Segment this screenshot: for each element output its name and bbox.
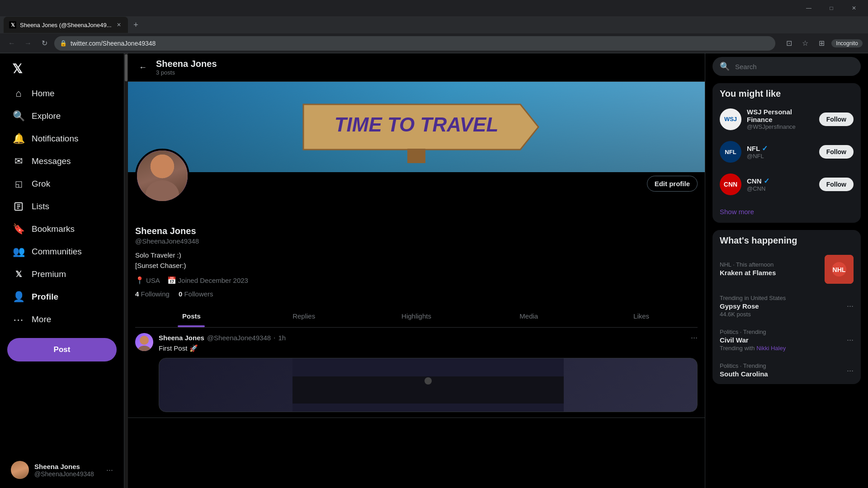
edit-profile-button[interactable]: Edit profile bbox=[647, 176, 698, 192]
user-account[interactable]: Sheena Jones @SheenaJone49348 ··· bbox=[5, 455, 118, 484]
nfl-verified-badge: ✓ bbox=[762, 144, 768, 153]
svg-text:NHL: NHL bbox=[833, 266, 846, 273]
display-name: Sheena Jones bbox=[135, 226, 698, 236]
bio-line1: Solo Traveler :) bbox=[135, 250, 698, 261]
post-item[interactable]: Sheena Jones @SheenaJone49348 · 1h ··· F… bbox=[128, 328, 705, 418]
trending-nhl-image: NHL bbox=[825, 255, 854, 284]
svg-point-14 bbox=[425, 377, 432, 385]
wsj-handle: @WSJpersfinance bbox=[747, 123, 814, 130]
trending-sc-more[interactable]: ··· bbox=[847, 366, 854, 375]
sidebar-item-more[interactable]: ··· More bbox=[5, 308, 118, 331]
tab-media[interactable]: Media bbox=[472, 305, 585, 327]
nfl-name: NFL ✓ bbox=[747, 144, 814, 153]
tab-highlights[interactable]: Highlights bbox=[360, 305, 473, 327]
tab-bar: 𝕏 Sheena Jones (@SheenaJone49... ✕ + bbox=[0, 16, 868, 33]
browser-nav-bar: ← → ↻ 🔒 twitter.com/SheenaJone49348 ⊡ ☆ … bbox=[0, 33, 868, 53]
minimize-button[interactable]: — bbox=[798, 1, 819, 15]
nfl-info: NFL ✓ @NFL bbox=[747, 144, 814, 160]
account-avatar bbox=[11, 461, 29, 479]
tab-close-button[interactable]: ✕ bbox=[115, 21, 123, 28]
scroll-indicator[interactable] bbox=[124, 53, 128, 488]
following-stat[interactable]: 4 Following bbox=[135, 290, 170, 298]
nikki-haley-link[interactable]: Nikki Haley bbox=[756, 345, 786, 352]
trending-civil-war[interactable]: Politics · Trending Civil War Trending w… bbox=[712, 323, 861, 357]
back-button[interactable]: ← bbox=[135, 60, 151, 75]
bookmark-star-button[interactable]: ☆ bbox=[799, 37, 811, 50]
trending-gypsy-topic: Gypsy Rose bbox=[720, 302, 786, 310]
back-button[interactable]: ← bbox=[5, 37, 18, 50]
close-button[interactable]: ✕ bbox=[844, 1, 864, 15]
post-menu-button[interactable]: ··· bbox=[691, 333, 698, 343]
sidebar-item-explore[interactable]: 🔍 Explore bbox=[5, 105, 118, 127]
trending-sc-category: Politics · Trending bbox=[720, 362, 768, 369]
trending-sc-topic: South Carolina bbox=[720, 370, 768, 378]
show-more-link[interactable]: Show more bbox=[712, 201, 861, 223]
cnn-name: CNN ✓ bbox=[747, 177, 814, 185]
post-text: First Post 🚀 bbox=[159, 344, 698, 352]
profile-meta: 📍 USA 📅 Joined December 2023 bbox=[135, 276, 698, 285]
post-time: 1h bbox=[278, 334, 286, 342]
suggestion-wsj[interactable]: WSJ WSJ Personal Finance @WSJpersfinance… bbox=[712, 103, 861, 136]
sidebar-item-premium[interactable]: 𝕏 Premium bbox=[5, 263, 118, 286]
premium-icon: 𝕏 bbox=[13, 268, 24, 280]
sidebar-item-messages[interactable]: ✉ Messages bbox=[5, 150, 118, 173]
extensions-button[interactable]: ⊞ bbox=[815, 37, 828, 50]
nfl-handle: @NFL bbox=[747, 153, 814, 160]
sidebar-item-label: Bookmarks bbox=[32, 224, 75, 234]
followers-stat[interactable]: 0 Followers bbox=[179, 290, 213, 298]
refresh-button[interactable]: ↻ bbox=[38, 37, 51, 50]
trending-civil-war-topic: Civil War bbox=[720, 336, 786, 344]
avatar-inner bbox=[137, 150, 188, 201]
trending-gypsy-more[interactable]: ··· bbox=[847, 301, 854, 311]
tab-replies[interactable]: Replies bbox=[248, 305, 360, 327]
calendar-icon: 📅 bbox=[167, 276, 176, 285]
search-input[interactable] bbox=[735, 63, 854, 70]
maximize-button[interactable]: □ bbox=[821, 1, 842, 15]
cast-button[interactable]: ⊡ bbox=[783, 37, 795, 50]
profile-names: Sheena Jones @SheenaJone49348 Solo Trave… bbox=[135, 192, 698, 298]
profile-icon: 👤 bbox=[13, 291, 24, 303]
sidebar-item-bookmarks[interactable]: 🔖 Bookmarks bbox=[5, 218, 118, 240]
window-controls: — □ ✕ bbox=[798, 1, 864, 15]
trending-nhl-topic: Kraken at Flames bbox=[720, 269, 825, 277]
active-tab[interactable]: 𝕏 Sheena Jones (@SheenaJone49... ✕ bbox=[4, 17, 128, 33]
post-image bbox=[159, 358, 698, 412]
x-logo-icon: 𝕏 bbox=[12, 61, 23, 76]
sidebar-item-notifications[interactable]: 🔔 Notifications bbox=[5, 127, 118, 150]
sidebar-item-profile[interactable]: 👤 Profile bbox=[5, 286, 118, 308]
sidebar-item-label: Lists bbox=[32, 202, 49, 211]
sidebar-item-communities[interactable]: 👥 Communities bbox=[5, 240, 118, 263]
wsj-avatar: WSJ bbox=[720, 108, 741, 130]
new-tab-button[interactable]: + bbox=[130, 19, 142, 31]
follow-nfl-button[interactable]: Follow bbox=[819, 145, 854, 159]
sidebar-item-grok[interactable]: ◱ Grok bbox=[5, 173, 118, 195]
app-container: 𝕏 ⌂ Home 🔍 Explore 🔔 Notifications ✉ Mes… bbox=[0, 53, 868, 488]
sidebar-item-home[interactable]: ⌂ Home bbox=[5, 82, 118, 105]
twitter-logo[interactable]: 𝕏 bbox=[5, 57, 29, 80]
post-button[interactable]: Post bbox=[7, 338, 117, 361]
trending-civil-war-more[interactable]: ··· bbox=[847, 335, 854, 345]
sidebar-item-lists[interactable]: Lists bbox=[5, 195, 118, 218]
search-box[interactable]: 🔍 bbox=[712, 57, 861, 76]
joined-meta: 📅 Joined December 2023 bbox=[167, 276, 248, 285]
tab-posts[interactable]: Posts bbox=[135, 305, 248, 327]
tab-likes[interactable]: Likes bbox=[585, 305, 698, 327]
tab-favicon: 𝕏 bbox=[9, 21, 16, 28]
wsj-avatar-text: WSJ bbox=[724, 116, 737, 122]
address-bar[interactable]: 🔒 twitter.com/SheenaJone49348 bbox=[54, 36, 775, 51]
trending-south-carolina[interactable]: Politics · Trending South Carolina ··· bbox=[712, 357, 861, 384]
incognito-badge: Incognito bbox=[831, 39, 863, 47]
home-icon: ⌂ bbox=[13, 88, 24, 99]
profile-header: ← Sheena Jones 3 posts bbox=[128, 53, 705, 82]
suggestion-cnn[interactable]: CNN CNN ✓ @CNN Follow bbox=[712, 168, 861, 201]
forward-button[interactable]: → bbox=[22, 37, 34, 50]
trending-gypsy-rose[interactable]: Trending in United States Gypsy Rose 44.… bbox=[712, 289, 861, 323]
profile-tabs: Posts Replies Highlights Media Likes bbox=[135, 305, 698, 328]
suggestion-nfl[interactable]: NFL NFL ✓ @NFL Follow bbox=[712, 136, 861, 168]
follow-cnn-button[interactable]: Follow bbox=[819, 178, 854, 191]
nfl-avatar: NFL bbox=[720, 141, 741, 163]
profile-body: Edit profile Sheena Jones @SheenaJone493… bbox=[128, 176, 705, 328]
follow-wsj-button[interactable]: Follow bbox=[819, 113, 854, 126]
trending-nhl[interactable]: NHL · This afternoon Kraken at Flames NH… bbox=[712, 249, 861, 289]
right-sidebar: 🔍 You might like WSJ WSJ Personal Financ… bbox=[705, 53, 868, 488]
